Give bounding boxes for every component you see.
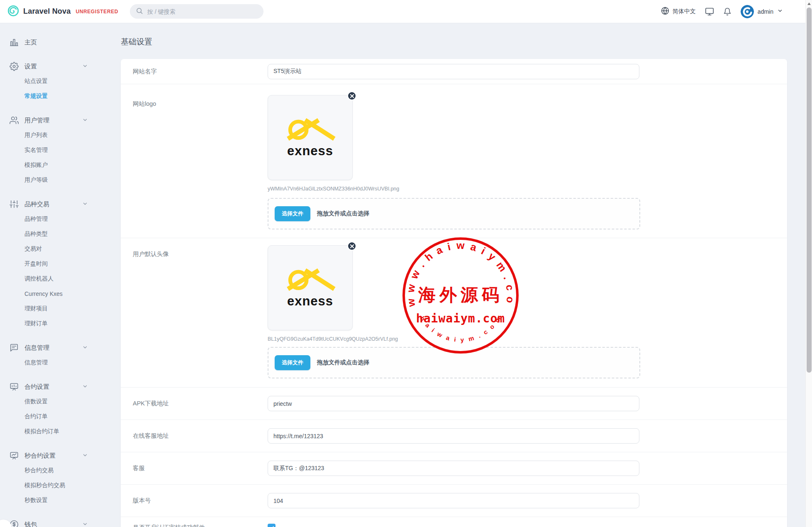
sidebar-item[interactable]: 模拟合约订单 [9,424,95,439]
sidebar-item[interactable]: 信息管理 [9,355,95,370]
scrollbar-thumb[interactable] [807,7,812,373]
settings-form-card: 网站名字 网站logo [121,59,787,527]
monitor-icon[interactable] [705,7,714,16]
sidebar-item[interactable]: 交易对 [9,242,95,256]
sidebar-item[interactable]: 模拟秒合约交易 [9,478,95,493]
version-input[interactable] [268,493,639,508]
exness-logo-mark [284,117,337,141]
sidebar-group-home: 主页 [9,35,95,50]
user-name: admin [758,8,773,15]
site-name-input[interactable] [268,64,639,79]
sidebar-section-settings[interactable]: 设置 [9,59,95,74]
scrollbar-up-arrow[interactable] [806,0,812,7]
sidebar-item[interactable]: 站点设置 [9,74,95,89]
form-row-apk-url: APK下载地址 [121,387,787,420]
apk-url-input[interactable] [268,396,639,411]
laravel-nova-logo-icon [7,5,19,18]
sidebar-section-label: 用户管理 [24,117,49,124]
sidebar-item[interactable]: 秒合约交易 [9,463,95,478]
language-label: 简体中文 [673,8,696,15]
search-input[interactable] [147,8,258,15]
exness-logo-mark [284,267,337,291]
sidebar-item[interactable]: 实名管理 [9,143,95,158]
sidebar-group-settings: 设置站点设置常规设置 [9,59,95,104]
service-label: 客服 [133,464,268,472]
sidebar-item[interactable]: 合约订单 [9,409,95,424]
site-logo-label: 网站logo [133,95,268,238]
sidebar-item[interactable]: 模拟账户 [9,158,95,173]
sidebar-item[interactable]: 品种类型 [9,227,95,242]
default-avatar-label: 用户默认头像 [133,245,268,387]
sidebar-group-symbol-trading: 品种交易品种管理品种类型交易对开盘时间调控机器人Currency Kxes理财项… [9,197,95,331]
choose-file-button[interactable]: 选择文件 [275,206,310,221]
avatar [741,5,754,18]
exness-logo-text: exness [287,294,333,309]
chevron-down-icon [82,201,88,208]
sidebar-group-wallet: 钱包 [9,517,95,527]
sidebar-section-label: 信息管理 [24,344,49,352]
form-row-service: 客服 [121,452,787,484]
email-audit-checkbox[interactable] [268,524,276,527]
user-menu[interactable]: admin [741,5,783,18]
users-icon [9,115,19,125]
sidebar-section-second-contract[interactable]: 秒合约设置 [9,448,95,463]
sidebar-section-user-management[interactable]: 用户管理 [9,113,95,128]
sidebar-section-contract-settings[interactable]: 合约设置 [9,379,95,394]
sidebar-item[interactable]: 理财订单 [9,316,95,331]
page-title: 基础设置 [121,37,794,47]
globe-icon [661,7,669,16]
sidebar-item[interactable]: 用户等级 [9,173,95,188]
sidebar: 主页设置站点设置常规设置用户管理用户列表实名管理模拟账户用户等级品种交易品种管理… [0,23,95,527]
sidebar-item[interactable]: 调控机器人 [9,271,95,286]
exness-logo-text: exness [287,144,333,159]
drop-hint: 拖放文件或点击选择 [317,359,369,366]
sidebar-item[interactable]: 用户列表 [9,128,95,143]
sidebar-group-user-management: 用户管理用户列表实名管理模拟账户用户等级 [9,113,95,188]
unregistered-badge: UNREGISTERED [76,9,118,15]
sidebar-item[interactable]: 开盘时间 [9,256,95,271]
page-scrollbar[interactable] [805,0,812,527]
site-logo-dropzone[interactable]: 选择文件 拖放文件或点击选择 [268,198,640,229]
form-row-default-avatar: 用户默认头像 exness [121,238,787,387]
sidebar-section-wallet[interactable]: 钱包 [9,517,95,527]
sidebar-item[interactable]: 品种管理 [9,212,95,227]
brand-name: Laravel Nova [23,7,71,16]
sidebar-section-home[interactable]: 主页 [9,35,95,50]
form-row-email-audit: 是否开启认证审核成功邮件 [121,517,787,527]
chevron-down-icon [82,344,88,352]
brand[interactable]: Laravel Nova [7,5,71,18]
email-audit-label: 是否开启认证审核成功邮件 [133,524,268,527]
sidebar-group-contract-settings: 合约设置倍数设置合约订单模拟合约订单 [9,379,95,439]
sidebar-item[interactable]: 理财项目 [9,301,95,316]
service-url-input[interactable] [268,428,639,444]
search-icon [136,7,143,16]
board-chart-icon [9,451,19,461]
language-switcher[interactable]: 简体中文 [661,7,696,16]
global-search[interactable] [130,4,263,19]
sidebar-section-info-management[interactable]: 信息管理 [9,340,95,355]
drop-hint: 拖放文件或点击选择 [317,210,369,217]
chevron-down-icon [82,452,88,460]
sidebar-group-info-management: 信息管理信息管理 [9,340,95,370]
sidebar-section-label: 品种交易 [24,200,49,208]
main-content: 基础设置 网站名字 网站logo [95,23,812,527]
sidebar-item[interactable]: 秒数设置 [9,493,95,508]
chevron-down-icon [82,117,88,124]
remove-logo-button[interactable] [347,91,356,100]
site-logo-filename: yWMlnA7Vn6HJaGlLztxSONMZ336nH0dJ0WrsUVBl… [268,186,640,192]
sidebar-item[interactable]: 倍数设置 [9,394,95,409]
sidebar-section-symbol-trading[interactable]: 品种交易 [9,197,95,212]
sidebar-section-label: 秒合约设置 [24,452,56,460]
remove-avatar-button[interactable] [347,242,356,251]
chevron-down-icon [82,521,88,527]
bell-icon[interactable] [723,7,732,16]
choose-file-button[interactable]: 选择文件 [275,355,310,370]
board-icon [9,382,19,392]
form-row-site-name: 网站名字 [121,59,787,84]
sidebar-item[interactable]: Currency Kxes [9,286,95,301]
site-name-label: 网站名字 [133,68,268,76]
sidebar-item[interactable]: 常规设置 [9,89,95,104]
default-avatar-dropzone[interactable]: 选择文件 拖放文件或点击选择 [268,347,640,378]
chevron-down-icon [777,8,783,15]
service-input[interactable] [268,461,639,476]
